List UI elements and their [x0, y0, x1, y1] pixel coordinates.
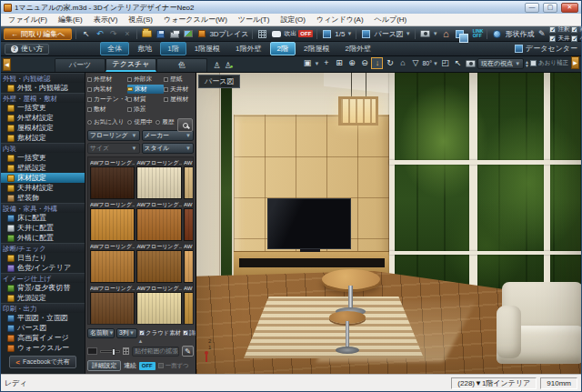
avatar-add-icon[interactable]: ♙●	[223, 60, 235, 72]
menu-tools[interactable]: ツール(T)	[233, 14, 276, 25]
menu-window[interactable]: ウィンドウ(A)	[311, 14, 369, 25]
scale-icon[interactable]	[321, 28, 333, 40]
sidebar-item-interior-bulk[interactable]: 一括変更	[1, 153, 85, 163]
eyedropper-button[interactable]: ✎	[182, 346, 194, 357]
home-view-icon[interactable]: ⌂	[440, 28, 452, 40]
style-dropdown[interactable]: スタイル▼	[142, 143, 195, 154]
collapse-right-icon[interactable]: ▶	[571, 56, 579, 69]
3d-place-label[interactable]: 3Dプレイス	[209, 29, 248, 39]
cat-scenery[interactable]: 添景	[127, 105, 164, 114]
scale-dropdown-arrow-icon[interactable]: ▼	[346, 31, 352, 36]
sidebar-item-bulk-change[interactable]: 一括変更	[1, 103, 85, 113]
collapse-up-icon[interactable]: ▲	[87, 338, 194, 345]
print-icon[interactable]	[168, 28, 180, 40]
open-file-icon[interactable]	[141, 28, 153, 40]
avatar-icon[interactable]: ♙	[211, 60, 223, 72]
sidebar-item-wall-decor[interactable]: 壁装飾	[1, 193, 85, 203]
collapse-left-panel-icon[interactable]: ◀	[3, 58, 11, 71]
texture-swatch[interactable]: AWフローリング..	[90, 201, 135, 241]
fov-arrow-icon[interactable]: ▼	[433, 61, 438, 66]
texture-swatch[interactable]: AWフローリング..	[90, 285, 135, 325]
close-button[interactable]: ✕	[561, 3, 578, 13]
filter-favorites[interactable]: お気に入り	[87, 118, 124, 126]
texture-swatch[interactable]: AWフローリング..	[136, 285, 181, 325]
cat-ceiling-material[interactable]: 天井材	[164, 85, 193, 94]
sidebar-item-perspective[interactable]: パース図	[1, 323, 85, 333]
sidebar-item-walkthrough[interactable]: ウォークスルー	[1, 343, 85, 353]
tab-2f-roof[interactable]: 2階屋根	[296, 42, 336, 55]
viewpoint-dropdown[interactable]: 現在の視点▼	[477, 58, 524, 69]
cat-wallpaper[interactable]: 壁紙	[164, 75, 193, 84]
shape-create-icon[interactable]	[491, 28, 503, 40]
sidebar-item-floor-material[interactable]: 床材設定	[1, 173, 85, 183]
redo-icon[interactable]: ↷	[107, 28, 119, 40]
minimize-button[interactable]: —	[525, 3, 539, 13]
detail-settings-button[interactable]: 詳細設定	[87, 360, 121, 371]
tab-2f[interactable]: 2階	[270, 42, 296, 55]
grid-toggle-icon[interactable]	[256, 28, 268, 40]
camera-select-icon[interactable]	[419, 28, 431, 40]
display-mode-icon[interactable]: ▣	[301, 57, 313, 69]
menu-help[interactable]: ヘルプ(H)	[369, 14, 413, 25]
3d-place-icon[interactable]	[196, 28, 207, 40]
delete-icon[interactable]: ×	[121, 28, 133, 40]
texture-swatch[interactable]: AWフローリング..	[136, 243, 181, 283]
texture-swatch[interactable]: AWフローリング..	[184, 285, 194, 325]
texture-swatch[interactable]: AWフローリング..	[136, 201, 181, 241]
sidebar-item-place-ceiling[interactable]: 天井に配置	[1, 223, 85, 233]
back-to-floorplan-button[interactable]: ←間取り編集へ	[4, 28, 72, 40]
detail-checkbox[interactable]: ✓詳細	[183, 329, 196, 337]
sidebar-item-color-vision[interactable]: 色覚/インテリア	[1, 263, 85, 273]
tab-texture[interactable]: テクスチャ	[105, 58, 156, 72]
pointer-icon[interactable]: ↖	[452, 57, 464, 69]
paste-range-dropdown[interactable]: 貼付範囲の拡張▼	[132, 347, 179, 357]
select-cursor-icon[interactable]: ↖	[80, 28, 92, 40]
cloud-material-checkbox[interactable]: ✓クラウド素材	[139, 329, 181, 337]
sidebar-item-light-source[interactable]: 光源設定	[1, 293, 85, 303]
menu-viewpoint[interactable]: 視点(S)	[123, 14, 158, 25]
camera-height-icon[interactable]: ⌂	[396, 57, 408, 69]
viewpoint-spinner[interactable]: ▲▼	[525, 60, 529, 67]
sort-dropdown[interactable]: 名前順▼	[87, 328, 115, 338]
per-face-checkbox[interactable]: 一面ずつ	[158, 362, 189, 370]
annotation-checkbox[interactable]: ✓注釈	[549, 25, 569, 34]
undo-icon[interactable]: ↶	[94, 28, 105, 40]
tilt-correction-checkbox[interactable]: あおり補正	[530, 59, 568, 67]
sidebar-item-sunlight[interactable]: 日当たり	[1, 253, 85, 263]
walk-tool-icon[interactable]: ↓	[371, 57, 383, 69]
view-mode-icon[interactable]	[360, 28, 372, 40]
balloon-off-badge[interactable]: OFF	[298, 30, 313, 37]
tab-whole[interactable]: 全体	[100, 42, 129, 55]
3d-viewport[interactable]: パース図 2 1	[196, 73, 581, 374]
menu-walkthrough[interactable]: ウォークスルー(W)	[158, 14, 233, 25]
maximize-button[interactable]: ▢	[543, 3, 557, 13]
sidebar-item-wall-material[interactable]: 外壁材設定	[1, 113, 85, 123]
cat-roof-material[interactable]: 屋根材	[164, 95, 193, 104]
filter-history[interactable]: 履歴	[156, 118, 174, 126]
view-mode-value[interactable]: パース図	[374, 29, 403, 39]
columns-dropdown[interactable]: 3列▼	[116, 328, 137, 338]
cat-ground-material[interactable]: 敷材	[87, 105, 127, 114]
menu-file[interactable]: ファイル(F)	[3, 14, 53, 25]
menu-view[interactable]: 表示(V)	[88, 14, 124, 25]
image-export-icon[interactable]	[182, 28, 194, 40]
pen-tool-icon[interactable]: ✎	[536, 28, 547, 40]
texture-swatch[interactable]: AWフローリング..	[90, 243, 135, 283]
texture-swatch[interactable]: AWフローリング..	[184, 201, 194, 241]
fullscreen-icon[interactable]: ◰	[439, 57, 451, 69]
sidebar-item-floorplan-elevation[interactable]: 平面図・立面図	[1, 313, 85, 323]
cat-exterior-floor[interactable]: 外部床	[127, 75, 164, 84]
shape-create-label[interactable]: 形状作成	[505, 29, 534, 39]
tab-site[interactable]: 敷地	[130, 42, 159, 55]
cat-floor-material[interactable]: 床材	[127, 85, 164, 94]
fov-value[interactable]: 80°	[422, 60, 432, 66]
orbit-icon[interactable]: ↻	[384, 57, 396, 69]
balloon-toggle-icon[interactable]	[270, 28, 282, 40]
display-mode-arrow-icon[interactable]: ▼	[314, 61, 319, 66]
sidebar-item-roof-material[interactable]: 屋根材設定	[1, 123, 85, 133]
search-button[interactable]	[177, 118, 193, 132]
save-icon[interactable]	[155, 28, 166, 40]
sidebar-item-place-exterior[interactable]: 外構に配置	[1, 233, 85, 243]
filter-in-use[interactable]: 使用中	[127, 118, 152, 126]
texture-swatch[interactable]: AWフローリング..	[184, 243, 194, 283]
